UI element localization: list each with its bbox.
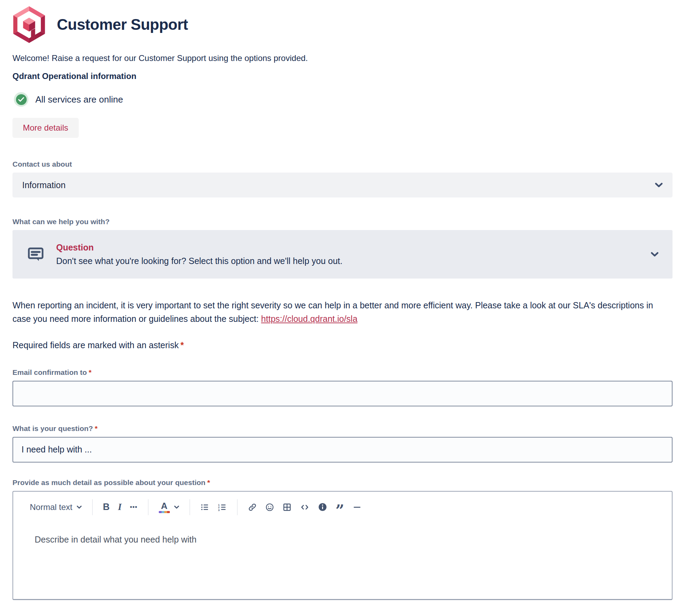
email-field-group: Email confirmation to* <box>12 368 673 406</box>
required-asterisk: * <box>207 478 210 486</box>
link-button[interactable] <box>244 499 261 515</box>
code-button[interactable] <box>296 499 314 515</box>
incident-note: When reporting an incident, it is very i… <box>12 299 673 326</box>
numbered-list-button[interactable]: 123 <box>214 499 231 515</box>
required-asterisk: * <box>180 340 184 350</box>
contact-about-group: Contact us about Information <box>12 160 673 197</box>
link-icon <box>248 503 257 512</box>
chevron-down-icon <box>77 505 82 509</box>
email-label: Email confirmation to* <box>12 368 673 377</box>
required-note: Required fields are marked with an aster… <box>12 340 673 350</box>
code-icon <box>300 503 310 512</box>
chevron-down-icon <box>655 183 663 188</box>
contact-about-selected-value: Information <box>22 180 66 190</box>
info-panel-button[interactable] <box>314 499 331 515</box>
text-color-button[interactable]: A <box>155 498 183 517</box>
toolbar-separator <box>148 499 148 515</box>
quote-icon: ” <box>336 507 344 514</box>
text-color-icon: A <box>159 501 170 513</box>
status-text: All services are online <box>35 94 123 105</box>
editor-toolbar: Normal text B I ••• A <box>13 492 672 519</box>
help-with-group: What can we help you with? Question Don'… <box>12 218 673 279</box>
toolbar-separator <box>92 499 93 515</box>
check-circle-icon <box>14 92 28 107</box>
rich-text-editor: Normal text B I ••• A <box>12 491 673 600</box>
bold-button[interactable]: B <box>99 498 114 516</box>
option-description: Don't see what you're looking for? Selec… <box>56 256 640 266</box>
sla-link[interactable]: https://cloud.qdrant.io/sla <box>261 314 357 324</box>
toolbar-separator <box>237 499 237 515</box>
help-with-label: What can we help you with? <box>12 218 673 226</box>
header: Customer Support <box>12 5 673 43</box>
option-text: Question Don't see what you're looking f… <box>56 243 640 266</box>
details-editor-area[interactable]: Describe in detail what you need help wi… <box>13 519 672 599</box>
required-note-text: Required fields are marked with an aster… <box>12 340 179 350</box>
more-formatting-button[interactable]: ••• <box>126 500 142 514</box>
required-asterisk: * <box>95 424 97 432</box>
bullet-list-icon <box>200 503 209 512</box>
emoji-button[interactable] <box>261 499 278 515</box>
quote-button[interactable]: ” <box>331 500 348 514</box>
divider-button[interactable] <box>348 499 366 515</box>
question-label: What is your question?* <box>12 424 673 433</box>
emoji-icon <box>265 503 274 512</box>
more-details-button[interactable]: More details <box>12 118 79 138</box>
italic-button[interactable]: I <box>114 498 126 516</box>
customer-support-page: Customer Support Welcome! Raise a reques… <box>0 0 685 604</box>
table-button[interactable] <box>278 499 296 515</box>
question-input[interactable] <box>12 437 673 463</box>
status-row: All services are online <box>12 92 673 107</box>
text-style-dropdown[interactable]: Normal text <box>26 499 86 516</box>
bullet-list-button[interactable] <box>196 499 214 515</box>
chevron-down-icon <box>174 505 179 509</box>
svg-text:3: 3 <box>218 509 220 512</box>
qdrant-logo <box>12 6 46 43</box>
welcome-text: Welcome! Raise a request for our Custome… <box>12 53 673 63</box>
chevron-down-icon <box>651 252 659 257</box>
option-title: Question <box>56 243 640 253</box>
question-field-group: What is your question?* <box>12 424 673 463</box>
email-input[interactable] <box>12 381 673 406</box>
page-title: Customer Support <box>57 16 188 33</box>
toolbar-separator <box>190 499 190 515</box>
table-icon <box>283 503 292 512</box>
details-placeholder: Describe in detail what you need help wi… <box>35 535 197 544</box>
horizontal-rule-icon <box>353 503 362 512</box>
comment-icon <box>26 245 45 264</box>
info-icon <box>318 502 327 512</box>
operational-heading: Qdrant Operational information <box>12 71 673 81</box>
help-option-card-question[interactable]: Question Don't see what you're looking f… <box>12 230 673 279</box>
details-field-group: Provide as much detail as possible about… <box>12 478 673 600</box>
contact-about-select[interactable]: Information <box>12 173 673 197</box>
required-asterisk: * <box>89 368 92 376</box>
text-style-value: Normal text <box>30 502 72 512</box>
numbered-list-icon: 123 <box>218 503 227 512</box>
contact-about-label: Contact us about <box>12 160 673 168</box>
details-label: Provide as much detail as possible about… <box>12 478 673 487</box>
